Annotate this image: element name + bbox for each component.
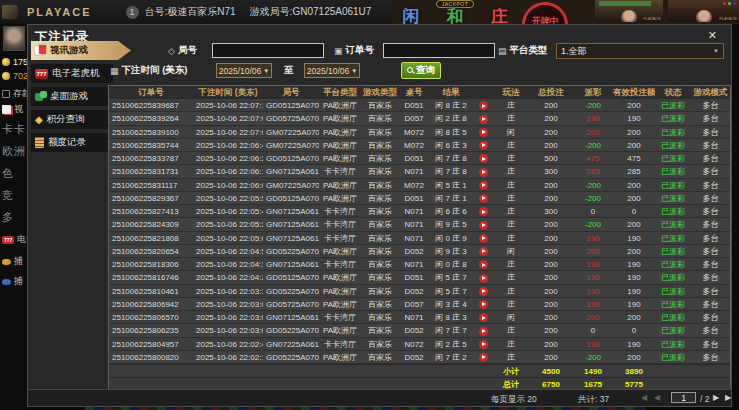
cell-time: 2025-10-06 22:05:57 [193, 194, 263, 203]
cell-game: 百家乐 [361, 153, 399, 164]
cell-payout: 0 [573, 326, 613, 335]
cell-payout: -200 [573, 181, 613, 190]
cell-mode: 多台 [691, 140, 730, 151]
cell-time: 2025-10-06 22:02:49 [193, 340, 263, 349]
cell-table: N072 [399, 340, 429, 349]
sidebar-item-quota-records[interactable]: 额度记录 [31, 133, 113, 152]
replay-icon[interactable] [479, 340, 488, 349]
cell-platform: 卡卡湾厅 [319, 166, 361, 177]
cell-valid: 200 [613, 101, 655, 110]
column-header: 状态 [655, 87, 691, 99]
cell-platform: PA欧洲厅 [319, 325, 361, 336]
order-filter-label: ▣订单号 [334, 44, 374, 57]
cell-result: 闲 5 庄 7 [429, 286, 473, 297]
cell-time: 2025-10-06 22:06:29 [193, 154, 263, 163]
cell-bet: 200 [529, 234, 573, 243]
column-header: 下注时间 (美东) [193, 87, 263, 99]
table-row: 2510062258274132025-10-06 22:05:44GN0712… [109, 205, 730, 218]
cell-game: 百家乐 [361, 299, 399, 310]
replay-icon[interactable] [479, 154, 488, 163]
cell-platform: PA欧洲厅 [319, 140, 361, 151]
cell-result: 闲 7 庄 7 [429, 325, 473, 336]
video-tab[interactable]: 视 [2, 103, 23, 116]
round-input[interactable] [212, 43, 324, 58]
cell-mode: 多台 [691, 100, 730, 111]
replay-icon[interactable] [479, 115, 488, 124]
last-page-button[interactable]: ▶ [725, 393, 731, 402]
prev-page-button[interactable]: ◀ [654, 393, 660, 402]
cell-game: 百家乐 [361, 233, 399, 244]
search-button[interactable]: 查询 [401, 62, 441, 79]
cell-platform: PA欧洲厅 [319, 286, 361, 297]
sidebar-item-label: 电子老虎机 [52, 67, 100, 80]
page-number-input[interactable] [671, 392, 696, 403]
replay-icon[interactable] [479, 274, 488, 283]
cell-mode: 多台 [691, 259, 730, 270]
subtotal-payout: 1490 [573, 367, 613, 376]
cell-play: 庄 [493, 140, 529, 151]
replay-icon[interactable] [479, 181, 488, 190]
cell-result: 闲 9 庄 5 [429, 219, 473, 230]
game-scene-background: JACKPOT 闲 和 庄 开牌中 PLAYACE PLAYACE [392, 0, 739, 24]
cell-order: 251006225820654 [109, 247, 193, 256]
cell-order: 251006225831117 [109, 181, 193, 190]
cell-round: GM07225A07071 [263, 141, 319, 150]
cell-time: 2025-10-06 22:07:08 [193, 114, 263, 123]
total-payout: 1675 [573, 380, 613, 389]
column-header: 桌号 [399, 87, 429, 99]
sidebar-item-label: 额度记录 [48, 136, 86, 149]
cell-bet: 200 [529, 141, 573, 150]
dealer-figure [696, 10, 712, 22]
bet-zone-player: 闲 [396, 5, 426, 24]
cell-status: 已派彩 [655, 272, 691, 283]
fishing-tab[interactable]: 捕 [2, 275, 23, 288]
sidebar-item-points-query[interactable]: ◆ 积分查询 [31, 110, 113, 129]
close-icon[interactable]: ✕ [708, 29, 717, 42]
first-page-button[interactable]: ◀ [641, 393, 647, 402]
cell-order: 251006225806942 [109, 300, 193, 309]
cell-time: 2025-10-06 22:03:08 [193, 300, 263, 309]
cell-status: 已派彩 [655, 206, 691, 217]
cell-payout: 190 [573, 287, 613, 296]
replay-icon[interactable] [479, 207, 488, 216]
next-page-button[interactable]: ▶ [713, 393, 719, 402]
cell-order: 251006225816746 [109, 273, 193, 282]
dealer-video-thumbnail: PLAYACE [668, 0, 739, 22]
result-cell [473, 220, 493, 229]
replay-icon[interactable] [479, 313, 488, 322]
fishing-tab[interactable]: 捕 [2, 255, 23, 268]
date-to-picker[interactable]: 2025/10/06 ▼ [304, 63, 360, 78]
sidebar-item-table-games[interactable]: 桌面游戏 [31, 87, 113, 106]
date-from-picker[interactable]: 2025/10/06 ▼ [216, 63, 272, 78]
order-input[interactable] [383, 43, 495, 58]
replay-icon[interactable] [479, 260, 488, 269]
cell-order: 251006225831731 [109, 167, 193, 176]
replay-icon[interactable] [479, 300, 488, 309]
deposit-button[interactable]: 存款 [2, 87, 27, 100]
replay-icon[interactable] [479, 168, 488, 177]
cell-platform: PA欧洲厅 [319, 299, 361, 310]
sidebar-item-video-games[interactable]: 视讯游戏 [31, 41, 131, 60]
cell-mode: 多台 [691, 219, 730, 230]
cell-time: 2025-10-06 22:05:44 [193, 207, 263, 216]
cell-order: 251006225818306 [109, 260, 193, 269]
replay-icon[interactable] [479, 234, 488, 243]
replay-icon[interactable] [479, 247, 488, 256]
cell-result: 闲 5 庄 7 [429, 272, 473, 283]
sidebar-item-slots[interactable]: 777 电子老虎机 [31, 64, 113, 83]
replay-icon[interactable] [479, 141, 488, 150]
cell-play: 庄 [493, 272, 529, 283]
table-row: 2510062258065702025-10-06 22:03:05GN0712… [109, 311, 730, 324]
slots-tab[interactable]: 777电子 [2, 233, 27, 246]
replay-icon[interactable] [479, 353, 488, 362]
cell-game: 百家乐 [361, 272, 399, 283]
replay-icon[interactable] [479, 101, 488, 110]
replay-icon[interactable] [479, 221, 488, 230]
cell-play: 庄 [493, 166, 529, 177]
result-cell [473, 194, 493, 203]
replay-icon[interactable] [479, 287, 488, 296]
replay-icon[interactable] [479, 327, 488, 336]
replay-icon[interactable] [479, 194, 488, 203]
replay-icon[interactable] [479, 128, 488, 137]
platform-type-dropdown[interactable]: 1.全部 ▼ [556, 43, 724, 59]
